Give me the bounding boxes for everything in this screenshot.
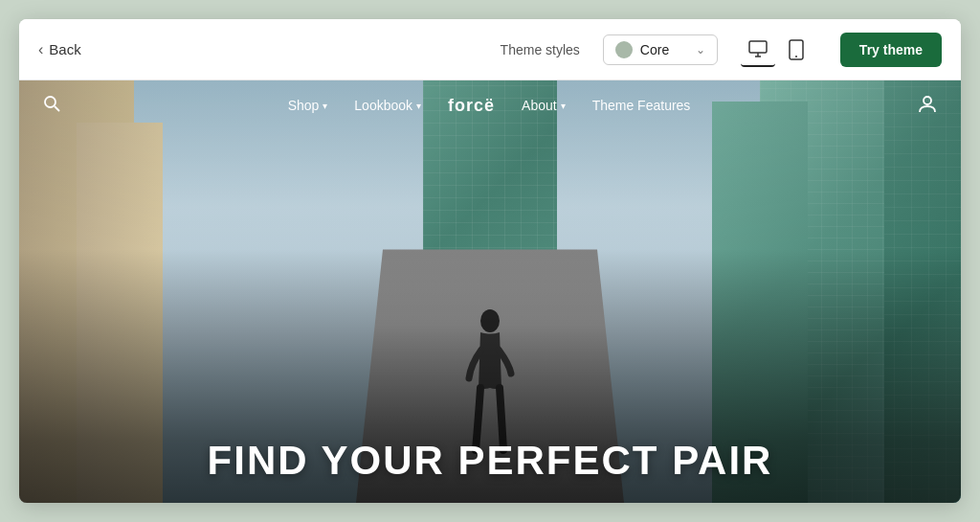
try-theme-label: Try theme bbox=[859, 42, 923, 57]
theme-color-dot bbox=[615, 41, 633, 58]
tablet-view-button[interactable] bbox=[779, 33, 813, 67]
preview-area: Shop ▾ Lookbook ▾ forcë About ▾ Theme Fe… bbox=[19, 80, 961, 503]
hero-text-block: FIND YOUR PERFECT PAIR bbox=[19, 438, 961, 484]
desktop-icon bbox=[747, 38, 768, 59]
nav-shop-label: Shop bbox=[288, 98, 320, 113]
user-account-icon[interactable] bbox=[917, 93, 938, 119]
about-chevron-icon: ▾ bbox=[561, 101, 566, 111]
svg-point-8 bbox=[924, 97, 931, 104]
svg-line-7 bbox=[55, 106, 59, 111]
search-icon[interactable] bbox=[42, 94, 61, 118]
back-button[interactable]: ‹ Back bbox=[38, 41, 81, 58]
chevron-down-icon: ⌄ bbox=[696, 43, 705, 57]
browser-window: ‹ Back Theme styles Core ⌄ bbox=[19, 19, 961, 503]
preview-navigation: Shop ▾ Lookbook ▾ forcë About ▾ Theme Fe… bbox=[19, 80, 961, 130]
toolbar: ‹ Back Theme styles Core ⌄ bbox=[19, 19, 961, 80]
nav-shop[interactable]: Shop ▾ bbox=[275, 98, 342, 113]
theme-name: Core bbox=[640, 42, 688, 57]
device-icons-group bbox=[741, 33, 813, 67]
nav-lookbook-label: Lookbook bbox=[354, 98, 412, 113]
nav-about[interactable]: About ▾ bbox=[508, 98, 579, 113]
svg-rect-0 bbox=[749, 41, 767, 53]
lookbook-chevron-icon: ▾ bbox=[416, 101, 421, 111]
svg-point-4 bbox=[795, 56, 797, 57]
svg-point-6 bbox=[45, 97, 56, 107]
back-arrow-icon: ‹ bbox=[38, 41, 43, 58]
nav-lookbook[interactable]: Lookbook ▾ bbox=[341, 98, 434, 113]
hero-headline: FIND YOUR PERFECT PAIR bbox=[19, 438, 961, 484]
theme-selector[interactable]: Core ⌄ bbox=[603, 34, 718, 65]
shop-chevron-icon: ▾ bbox=[323, 101, 327, 111]
nav-links: Shop ▾ Lookbook ▾ forcë About ▾ Theme Fe… bbox=[61, 96, 917, 116]
nav-theme-features[interactable]: Theme Features bbox=[579, 98, 704, 113]
back-label: Back bbox=[49, 41, 80, 57]
tablet-icon bbox=[788, 39, 805, 60]
nav-brand: forcë bbox=[434, 96, 508, 116]
try-theme-button[interactable]: Try theme bbox=[840, 33, 942, 67]
theme-styles-label: Theme styles bbox=[501, 42, 580, 57]
nav-about-label: About bbox=[522, 98, 557, 113]
desktop-view-button[interactable] bbox=[741, 33, 775, 67]
nav-theme-features-label: Theme Features bbox=[592, 98, 691, 113]
